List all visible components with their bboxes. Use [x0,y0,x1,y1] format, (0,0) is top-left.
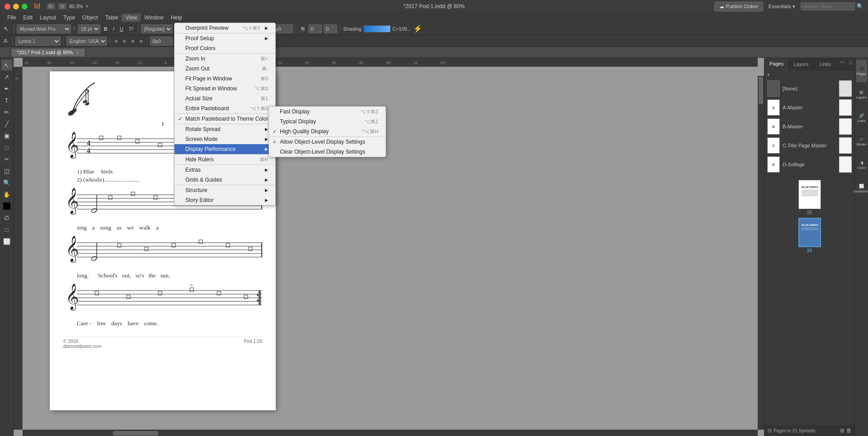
typical-display-item[interactable]: Typical Display ⌥⌘Z [269,117,386,127]
menu-edit[interactable]: Edit [19,14,36,22]
story-editor-item[interactable]: Story Editor [175,195,275,205]
actual-size-item[interactable]: Actual Size ⌘1 [175,94,275,103]
menu-object[interactable]: Object [79,14,102,22]
display-performance-item[interactable]: Display Performance [175,144,275,154]
high-quality-display-item[interactable]: High Quality Display ^⌥⌘H [269,127,386,136]
font-family-select[interactable]: Myriad Web Pro [17,24,71,33]
paragraph-style-select[interactable]: Lyrics 1 [15,37,61,46]
tab-layers[interactable]: Layers [789,58,813,70]
fullscreen-button[interactable] [22,4,28,9]
zoom-in-item[interactable]: Zoom In ⌘= [175,54,275,64]
links-icon-panel[interactable]: 🔗 Links [856,107,867,129]
lightning-btn[interactable]: ⚡ [413,24,422,33]
essentials-button[interactable]: Essentials ▾ [769,4,795,9]
menu-window[interactable]: Window [141,14,167,22]
horizontal-scrollbar[interactable] [23,430,758,436]
allow-object-level-item[interactable]: Allow Object-Level Display Settings [269,137,386,147]
document-tab[interactable]: *2017 Pod-1.indd @ 80% ✕ [11,48,85,56]
menu-view[interactable]: View [122,14,141,22]
grids-guides-item[interactable]: Grids & Guides [175,175,275,185]
align-left-text-btn[interactable]: ≡ [113,38,119,45]
tab-close-icon[interactable]: ✕ [76,51,80,55]
new-master-btn[interactable]: ⊞ [840,427,844,434]
publish-online-button[interactable]: ☁ Publish Online [714,2,763,11]
selection-tool[interactable]: ↖ [1,60,12,70]
menu-help[interactable]: Help [167,14,186,22]
panel-overflow-btn[interactable]: >> [838,58,847,70]
stroke-swatch[interactable] [5,204,10,210]
clear-object-level-item[interactable]: Clear Object-Level Display Settings [269,147,386,157]
zoom-out-item[interactable]: Zoom Out ⌘- [175,64,275,74]
language-select[interactable]: English: USA [66,37,107,46]
page-26-item[interactable]: BLUE BIRDS 26 [798,218,821,253]
master-d[interactable]: D D-Solfege [764,155,854,174]
font-size-select[interactable]: 18 pt [78,24,100,33]
delete-page-btn[interactable]: 🗑 [846,427,852,434]
tab-pages[interactable]: Pages [764,58,789,70]
zoom-dropdown-icon[interactable]: ▾ [86,4,88,9]
color-icon-panel[interactable]: ◑ Color [856,154,867,176]
stroke-icon-panel[interactable]: ▱ Stroke [856,130,867,153]
structure-item[interactable]: Structure [175,185,275,195]
tab-links[interactable]: Links [813,58,838,70]
normal-mode[interactable]: □ [1,224,12,235]
master-none[interactable]: [None] [764,79,854,98]
line-tool[interactable]: ╱ [1,118,12,129]
layers-icon-panel[interactable]: ▤ Layers [856,83,867,106]
tracking-input[interactable] [150,37,173,46]
apply-none[interactable]: ∅ [1,212,12,223]
rotation-input[interactable] [308,24,322,33]
shear-input[interactable] [324,24,337,33]
minimize-button[interactable] [13,4,19,9]
italic-btn[interactable]: I [111,25,116,33]
underline-btn[interactable]: U [118,25,125,33]
superscript-btn[interactable]: T² [127,25,135,33]
justify-text-btn[interactable]: ≡ [138,38,144,45]
scissors-tool[interactable]: ✂ [1,154,12,164]
vertical-scrollbar[interactable] [758,76,764,430]
page-25-item[interactable]: BLUE BIRDS 25 [798,180,821,215]
overprint-preview-item[interactable]: Overprint Preview ⌥⇧⌘Y [175,23,275,33]
text-tool[interactable]: T [1,95,12,106]
menu-file[interactable]: File [4,14,19,22]
hand-tool[interactable]: ✋ [1,189,12,200]
menu-layout[interactable]: Layout [36,14,60,22]
rectangle-frame-tool[interactable]: ▣ [1,130,12,141]
proof-colors-item[interactable]: Proof Colors [175,43,275,53]
screen-mode-item[interactable]: Screen Mode [175,134,275,144]
fit-spread-item[interactable]: Fit Spread in Window ⌥⌘0 [175,84,275,94]
fast-display-item[interactable]: Fast Display ⌥⇧⌘Z [269,107,386,117]
proof-setup-item[interactable]: Proof Setup [175,33,275,43]
align-right-text-btn[interactable]: ≡ [130,38,136,45]
master-c[interactable]: C C-Title Page Master [764,136,854,155]
display-performance-submenu[interactable]: Fast Display ⌥⇧⌘Z Typical Display ⌥⌘Z Hi… [269,106,386,157]
swatches-icon-panel[interactable]: ⬜ Swatches [856,177,867,200]
bold-btn[interactable]: B [102,25,109,33]
text-tool-tb[interactable]: A [2,37,9,45]
match-pasteboard-item[interactable]: Match Pasteboard to Theme Color [175,114,275,124]
extras-item[interactable]: Extras [175,165,275,175]
close-button[interactable] [5,4,10,9]
selection-tool-tb[interactable]: ↖ [2,24,11,33]
rotate-spread-item[interactable]: Rotate Spread [175,124,275,134]
pen-tool[interactable]: ✒ [1,83,12,94]
adobe-stock-search[interactable] [801,2,855,10]
rectangle-tool[interactable]: □ [1,142,12,153]
pages-icon-panel[interactable]: ⬛ Pages [856,60,867,82]
master-a[interactable]: A A-Master [764,98,854,117]
align-left-btn[interactable]: ⊞ [299,25,307,33]
entire-pasteboard-item[interactable]: Entire Pasteboard ⌥⇧⌘0 [175,103,275,113]
hscroll-thumb[interactable] [113,431,158,436]
menu-table[interactable]: Table [102,14,122,22]
master-b[interactable]: B B-Master [764,117,854,136]
font-style-select[interactable]: [Regular] [141,24,173,33]
gradient-tool[interactable]: ◫ [1,165,12,176]
panel-collapse-btn[interactable]: ◫ [847,58,854,70]
menu-type[interactable]: Type [60,14,79,22]
vscroll-thumb[interactable] [759,77,763,104]
align-center-text-btn[interactable]: ≡ [121,38,127,45]
hide-rulers-item[interactable]: Hide Rulers ⌘R [175,155,275,164]
zoom-tool[interactable]: 🔍 [1,177,12,188]
fit-page-item[interactable]: Fit Page in Window ⌘0 [175,74,275,84]
view-menu-dropdown[interactable]: Overprint Preview ⌥⇧⌘Y Proof Setup Proof… [174,23,276,206]
